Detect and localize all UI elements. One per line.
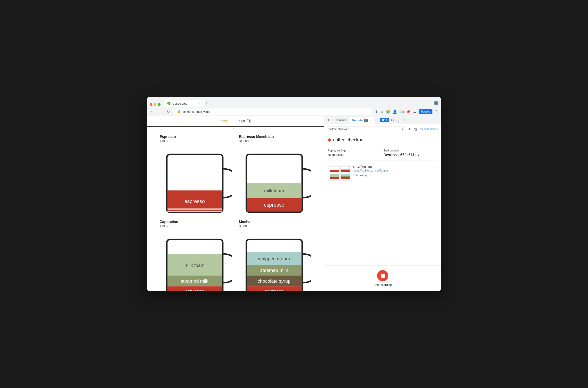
tab-close-button[interactable]: ×	[198, 102, 200, 105]
step-url[interactable]: https://coffee-cart.netlify.app/	[353, 169, 429, 172]
toolbar-right: 👤	[434, 101, 438, 107]
environment-label: Environment	[384, 149, 438, 152]
svg-rect-40	[341, 174, 350, 176]
svg-text:whipped cream: whipped cream	[258, 256, 290, 261]
coffee-grid: Espresso $10.00 espresso	[147, 127, 324, 291]
svg-text:chocolate syrup: chocolate syrup	[258, 279, 290, 284]
recorder-tab-label: Recorder	[352, 119, 363, 122]
svg-rect-32	[330, 170, 339, 172]
coffee-price-espresso: $10.00	[160, 139, 232, 143]
new-tab-button[interactable]: +	[204, 99, 210, 107]
recording-selector[interactable]: coffee checkout ▾	[327, 126, 405, 132]
devtools-more-button[interactable]: ⋮	[396, 117, 401, 123]
step-info: ▶ Coffee cart https://coffee-cart.netlif…	[353, 165, 429, 177]
step-title-text: Coffee cart	[357, 165, 372, 169]
svg-text:espresso: espresso	[185, 289, 204, 291]
svg-rect-38	[330, 177, 339, 179]
coffee-name-macchiato: Espresso Macchiato	[239, 135, 311, 139]
expand-icon: ▶	[353, 166, 355, 168]
address-bar: ← → ↻ 🔒 coffee-cart.netlify.app ⬆ ☆ 🧩 👤 …	[147, 107, 441, 116]
share-icon[interactable]: ⬆	[375, 110, 378, 114]
recording-title-text: coffee checkout	[333, 137, 365, 143]
recording-title-bar: coffee checkout	[324, 134, 441, 146]
title-bar: 🌿 Coffee cart × + 👤	[147, 97, 441, 107]
svg-text:espresso: espresso	[264, 202, 284, 208]
coffee-price-macchiato: $12.00	[239, 139, 311, 143]
svg-text:steamed milk: steamed milk	[260, 268, 288, 273]
profile-avatar[interactable]: 👤	[434, 101, 438, 105]
minimize-traffic-light[interactable]	[154, 103, 156, 106]
svg-text:espresso: espresso	[265, 289, 284, 291]
memory-icon[interactable]: ☁	[413, 110, 416, 114]
step-thumbnail	[329, 165, 351, 181]
website-panel: menu cart (0) Espresso $10.00	[147, 116, 324, 291]
address-field[interactable]: 🔒 coffee-cart.netlify.app	[173, 108, 372, 115]
recorder-tab-icon: ⬡	[364, 119, 368, 122]
chat-count: 1	[386, 119, 387, 121]
svg-rect-35	[341, 170, 350, 172]
devtools-add-button[interactable]: +	[326, 117, 331, 123]
end-recording-label: End recording	[373, 283, 392, 287]
recording-indicator-dot	[328, 138, 331, 142]
environment-size-value: 672×671 px	[400, 153, 419, 157]
mug-macchiato: milk foam espresso	[239, 145, 311, 223]
forward-button[interactable]: →	[158, 109, 163, 115]
mug-mocha: whipped cream steamed milk chocolate syr…	[239, 230, 311, 291]
maximize-traffic-light[interactable]	[158, 103, 161, 106]
site-nav: menu cart (0)	[147, 116, 324, 127]
coffee-item-macchiato[interactable]: Espresso Macchiato $12.00 milk foam espr…	[235, 131, 315, 216]
recording-step-item[interactable]: ▶ Coffee cart https://coffee-cart.netlif…	[327, 163, 438, 183]
recording-selector-text: coffee checkout	[329, 127, 401, 131]
back-button[interactable]: ←	[150, 109, 155, 115]
end-recording-button[interactable]	[377, 270, 388, 281]
devtools-close-button[interactable]: ✕	[402, 117, 407, 123]
replay-settings-section: Replay settings No throttling Environmen…	[324, 146, 441, 160]
traffic-lights	[150, 103, 161, 107]
stop-icon	[381, 274, 385, 278]
export-button[interactable]: ⬆	[407, 126, 412, 132]
send-feedback-link[interactable]: Send feedback	[420, 128, 438, 131]
recorder-tab-close[interactable]: ×	[369, 119, 371, 122]
replay-settings-label: Replay settings	[328, 149, 382, 152]
bookmark-icon[interactable]: 📖	[399, 110, 404, 114]
coffee-item-cappucino[interactable]: Cappucino $19.00 milk foam steamed milk	[156, 216, 235, 291]
delete-button[interactable]: 🗑	[413, 126, 418, 132]
devtools-chat-button[interactable]: 💬 1	[380, 118, 389, 122]
svg-rect-42	[341, 177, 350, 179]
devtools-more-tabs[interactable]: »	[375, 118, 378, 123]
svg-rect-37	[330, 174, 339, 177]
chevron-down-icon: ▾	[402, 127, 403, 131]
lock-icon: 🔒	[177, 110, 181, 113]
tab-favicon-icon: 🌿	[167, 102, 171, 105]
svg-rect-12	[247, 209, 301, 212]
nav-cart-link[interactable]: cart (0)	[239, 119, 251, 123]
step-menu-button[interactable]: ⋮	[431, 165, 437, 171]
devtools-tab-bar: + Elements Recorder ⬡ × » 💬 1 ⚙ ⋮ ✕	[324, 116, 441, 124]
devtools-tab-recorder[interactable]: Recorder ⬡ ×	[350, 117, 374, 123]
extensions-icon[interactable]: 🧩	[386, 110, 390, 114]
environment-desktop-value: Desktop	[384, 153, 397, 157]
step-title[interactable]: ▶ Coffee cart	[353, 165, 429, 169]
no-throttling-value: No throttling	[328, 153, 382, 156]
menu-icon[interactable]: ⋮	[435, 110, 438, 114]
url-text: coffee-cart.netlify.app	[183, 110, 369, 113]
close-traffic-light[interactable]	[150, 103, 152, 106]
profiles-icon[interactable]: 👤	[392, 110, 397, 114]
reload-button[interactable]: ↻	[166, 109, 171, 115]
coffee-item-mocha[interactable]: Mocha $8.00 whipped cream steamed milk	[235, 216, 315, 291]
star-icon[interactable]: ☆	[380, 110, 384, 114]
thumbnail-svg	[330, 166, 350, 180]
devtools-tab-elements[interactable]: Elements	[332, 117, 349, 123]
mug-espresso: espresso	[160, 145, 232, 223]
coffee-price-cappucino: $19.00	[160, 224, 232, 228]
coffee-item-espresso[interactable]: Espresso $10.00 espresso	[156, 131, 235, 216]
coffee-name-espresso: Espresso	[160, 135, 232, 139]
pin-icon[interactable]: 📌	[406, 110, 411, 114]
nav-menu-link[interactable]: menu	[219, 119, 229, 123]
devtools-settings-button[interactable]: ⚙	[390, 117, 395, 123]
paused-button[interactable]: Paused	[419, 109, 432, 114]
browser-tab[interactable]: 🌿 Coffee cart ×	[163, 100, 204, 107]
svg-rect-41	[341, 176, 350, 177]
recording-steps: ▶ Coffee cart https://coffee-cart.netlif…	[324, 160, 441, 265]
mug-cappucino: milk foam steamed milk espresso	[160, 230, 232, 291]
